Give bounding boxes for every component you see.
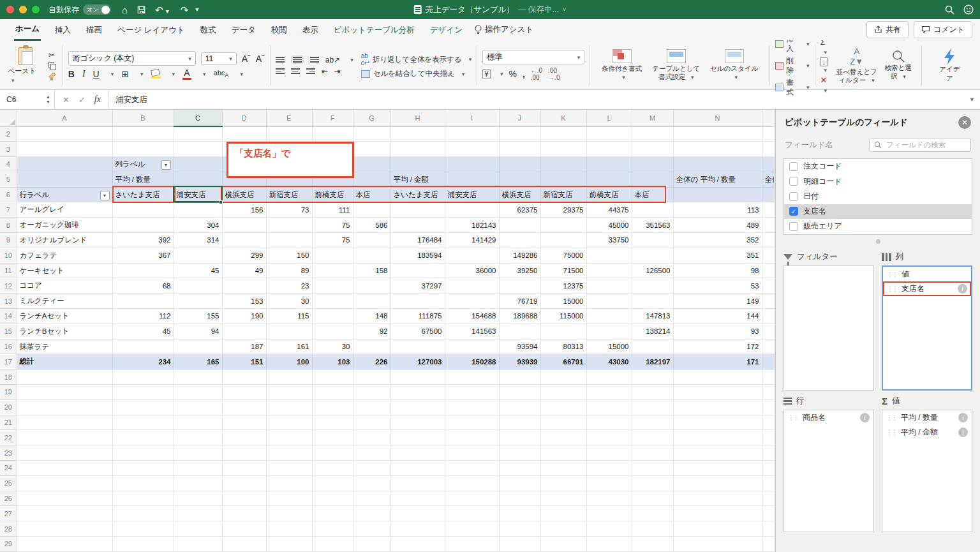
cell-C13[interactable]: [174, 294, 222, 309]
cell-F24[interactable]: [312, 461, 353, 476]
cell-E8[interactable]: [266, 218, 312, 233]
cell-E5[interactable]: [266, 172, 312, 187]
cell-A17[interactable]: 総計: [17, 354, 112, 369]
cell-B5[interactable]: 平均 / 数量: [112, 172, 174, 187]
cell-J23[interactable]: [499, 445, 540, 461]
row-header-22[interactable]: 22: [0, 430, 17, 445]
cell-A4[interactable]: [17, 157, 112, 172]
cell-D8[interactable]: [222, 218, 266, 233]
cell-N16[interactable]: 172: [673, 339, 762, 354]
cell-H18[interactable]: [390, 369, 445, 385]
cell-L22[interactable]: [586, 430, 632, 445]
cell-A15[interactable]: ランチBセット: [17, 324, 112, 339]
cell-G20[interactable]: [353, 399, 390, 415]
cell-D23[interactable]: [222, 445, 266, 461]
cell-L27[interactable]: [586, 506, 632, 521]
cell-F25[interactable]: [312, 475, 353, 491]
row-header-15[interactable]: 15: [0, 324, 17, 339]
cell-M26[interactable]: [632, 491, 673, 506]
cell-B6[interactable]: さいたま支店: [112, 187, 174, 202]
cell-G28[interactable]: [353, 521, 390, 537]
bold-button[interactable]: B: [68, 69, 75, 79]
drag-handle-icon[interactable]: ⋮⋮: [886, 414, 896, 421]
close-window-button[interactable]: [6, 6, 14, 13]
cell-C20[interactable]: [174, 399, 222, 415]
cell-A8[interactable]: オーガニック珈琲: [17, 218, 112, 233]
cell-O17[interactable]: [762, 354, 774, 369]
cell-K16[interactable]: 80313: [540, 339, 586, 354]
cell-M8[interactable]: 351563: [632, 218, 673, 233]
cell-A16[interactable]: 抹茶ラテ: [17, 339, 112, 354]
column-header-H[interactable]: H: [390, 110, 445, 126]
comma-format-button[interactable]: ,: [523, 69, 525, 79]
cell-D27[interactable]: [222, 506, 266, 521]
cell-F10[interactable]: [312, 248, 353, 263]
cell-I21[interactable]: [445, 415, 499, 430]
cell-N26[interactable]: [673, 491, 762, 506]
cell-J26[interactable]: [499, 491, 540, 506]
cell-M7[interactable]: [632, 202, 673, 218]
field-search-input[interactable]: [885, 140, 961, 149]
cell-D13[interactable]: 153: [222, 294, 266, 309]
cell-O4[interactable]: [762, 157, 774, 172]
cell-L17[interactable]: 43030: [586, 354, 632, 369]
column-header-D[interactable]: D: [222, 110, 266, 126]
cell-B18[interactable]: [112, 369, 174, 385]
cell-H6[interactable]: さいたま支店: [390, 187, 445, 202]
formula-input[interactable]: 浦安支店: [109, 94, 969, 105]
tab-7[interactable]: 校閲: [270, 20, 288, 40]
cell-B12[interactable]: 68: [112, 278, 174, 294]
cell-E28[interactable]: [266, 521, 312, 537]
unchecked-checkbox[interactable]: [789, 177, 798, 186]
cell-E21[interactable]: [266, 415, 312, 430]
cell-F20[interactable]: [312, 399, 353, 415]
cell-G23[interactable]: [353, 445, 390, 461]
tab-4[interactable]: ページ レイアウト: [116, 20, 186, 40]
cell-C11[interactable]: 45: [174, 263, 222, 278]
cell-D11[interactable]: 49: [222, 263, 266, 278]
cell-O10[interactable]: [762, 248, 774, 263]
cell-L4[interactable]: [586, 157, 632, 172]
align-right-icon[interactable]: [306, 68, 315, 74]
save-icon[interactable]: 🖫: [137, 5, 146, 15]
cell-D26[interactable]: [222, 491, 266, 506]
values-item-1[interactable]: ⋮⋮平均 / 数量i: [882, 410, 972, 425]
cell-M12[interactable]: [632, 278, 673, 294]
cell-M28[interactable]: [632, 521, 673, 537]
cell-D29[interactable]: [222, 537, 266, 552]
cell-F23[interactable]: [312, 445, 353, 461]
cell-C27[interactable]: [174, 506, 222, 521]
cell-G6[interactable]: 本店: [353, 187, 390, 202]
tab-2[interactable]: 挿入: [54, 20, 72, 40]
cell-J2[interactable]: [499, 126, 540, 142]
row-header-3[interactable]: 3: [0, 142, 17, 157]
cell-B29[interactable]: [112, 537, 174, 552]
row-header-29[interactable]: 29: [0, 537, 17, 552]
cell-L7[interactable]: 44375: [586, 202, 632, 218]
values-item-2[interactable]: ⋮⋮平均 / 金額i: [882, 425, 972, 440]
cell-J4[interactable]: [499, 157, 540, 172]
cell-O21[interactable]: [762, 415, 774, 430]
cell-D3[interactable]: [222, 142, 266, 157]
cell-D6[interactable]: 横浜支店: [222, 187, 266, 202]
cell-L18[interactable]: [586, 369, 632, 385]
cell-M3[interactable]: [632, 142, 673, 157]
cell-K7[interactable]: 29375: [540, 202, 586, 218]
row-header-20[interactable]: 20: [0, 399, 17, 415]
row-header-23[interactable]: 23: [0, 445, 17, 461]
cell-H29[interactable]: [390, 537, 445, 552]
cell-B21[interactable]: [112, 415, 174, 430]
cell-B4[interactable]: 列ラベル▼: [112, 157, 174, 172]
row-header-27[interactable]: 27: [0, 506, 17, 521]
field-item-5[interactable]: 販売エリア: [784, 219, 972, 234]
cell-E26[interactable]: [266, 491, 312, 506]
cell-I12[interactable]: [445, 278, 499, 294]
cell-I27[interactable]: [445, 506, 499, 521]
cell-K11[interactable]: 71500: [540, 263, 586, 278]
row-header-2[interactable]: 2: [0, 126, 17, 142]
row-header-13[interactable]: 13: [0, 294, 17, 309]
cell-L24[interactable]: [586, 461, 632, 476]
cell-K24[interactable]: [540, 461, 586, 476]
cell-F14[interactable]: [312, 309, 353, 324]
cell-C16[interactable]: [174, 339, 222, 354]
